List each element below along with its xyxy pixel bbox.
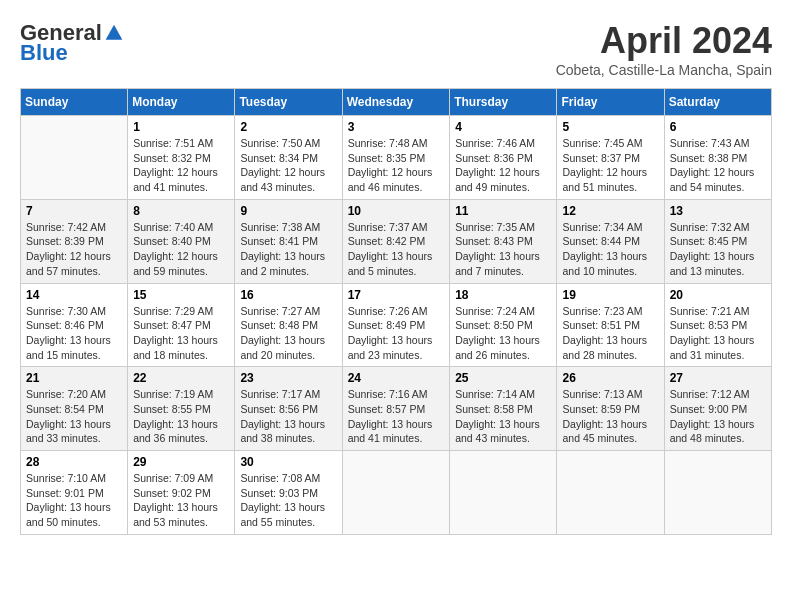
day-info: Sunrise: 7:17 AM Sunset: 8:56 PM Dayligh… (240, 387, 336, 446)
day-number: 21 (26, 371, 122, 385)
logo-blue-text: Blue (20, 40, 68, 66)
day-info: Sunrise: 7:46 AM Sunset: 8:36 PM Dayligh… (455, 136, 551, 195)
day-number: 11 (455, 204, 551, 218)
svg-marker-0 (106, 25, 123, 40)
day-number: 27 (670, 371, 766, 385)
calendar-cell: 6Sunrise: 7:43 AM Sunset: 8:38 PM Daylig… (664, 116, 771, 200)
location-text: Cobeta, Castille-La Mancha, Spain (556, 62, 772, 78)
calendar-cell: 9Sunrise: 7:38 AM Sunset: 8:41 PM Daylig… (235, 199, 342, 283)
header-row: SundayMondayTuesdayWednesdayThursdayFrid… (21, 89, 772, 116)
day-info: Sunrise: 7:14 AM Sunset: 8:58 PM Dayligh… (455, 387, 551, 446)
calendar-cell: 17Sunrise: 7:26 AM Sunset: 8:49 PM Dayli… (342, 283, 450, 367)
day-number: 10 (348, 204, 445, 218)
calendar-cell: 24Sunrise: 7:16 AM Sunset: 8:57 PM Dayli… (342, 367, 450, 451)
day-info: Sunrise: 7:20 AM Sunset: 8:54 PM Dayligh… (26, 387, 122, 446)
day-info: Sunrise: 7:34 AM Sunset: 8:44 PM Dayligh… (562, 220, 658, 279)
day-number: 7 (26, 204, 122, 218)
day-info: Sunrise: 7:21 AM Sunset: 8:53 PM Dayligh… (670, 304, 766, 363)
day-info: Sunrise: 7:12 AM Sunset: 9:00 PM Dayligh… (670, 387, 766, 446)
day-number: 19 (562, 288, 658, 302)
day-number: 2 (240, 120, 336, 134)
calendar-cell (664, 451, 771, 535)
calendar-cell: 28Sunrise: 7:10 AM Sunset: 9:01 PM Dayli… (21, 451, 128, 535)
calendar-cell: 16Sunrise: 7:27 AM Sunset: 8:48 PM Dayli… (235, 283, 342, 367)
calendar-cell: 27Sunrise: 7:12 AM Sunset: 9:00 PM Dayli… (664, 367, 771, 451)
day-number: 3 (348, 120, 445, 134)
day-info: Sunrise: 7:24 AM Sunset: 8:50 PM Dayligh… (455, 304, 551, 363)
calendar-week-row: 1Sunrise: 7:51 AM Sunset: 8:32 PM Daylig… (21, 116, 772, 200)
day-number: 14 (26, 288, 122, 302)
day-number: 28 (26, 455, 122, 469)
calendar-cell: 11Sunrise: 7:35 AM Sunset: 8:43 PM Dayli… (450, 199, 557, 283)
day-number: 16 (240, 288, 336, 302)
day-info: Sunrise: 7:40 AM Sunset: 8:40 PM Dayligh… (133, 220, 229, 279)
page-header: General Blue April 2024 Cobeta, Castille… (20, 20, 772, 78)
day-info: Sunrise: 7:23 AM Sunset: 8:51 PM Dayligh… (562, 304, 658, 363)
calendar-cell: 1Sunrise: 7:51 AM Sunset: 8:32 PM Daylig… (128, 116, 235, 200)
day-number: 22 (133, 371, 229, 385)
day-number: 24 (348, 371, 445, 385)
day-info: Sunrise: 7:09 AM Sunset: 9:02 PM Dayligh… (133, 471, 229, 530)
day-header-thursday: Thursday (450, 89, 557, 116)
calendar-cell (342, 451, 450, 535)
day-info: Sunrise: 7:37 AM Sunset: 8:42 PM Dayligh… (348, 220, 445, 279)
day-info: Sunrise: 7:26 AM Sunset: 8:49 PM Dayligh… (348, 304, 445, 363)
day-number: 1 (133, 120, 229, 134)
calendar-cell: 12Sunrise: 7:34 AM Sunset: 8:44 PM Dayli… (557, 199, 664, 283)
title-block: April 2024 Cobeta, Castille-La Mancha, S… (556, 20, 772, 78)
calendar-cell: 7Sunrise: 7:42 AM Sunset: 8:39 PM Daylig… (21, 199, 128, 283)
day-info: Sunrise: 7:10 AM Sunset: 9:01 PM Dayligh… (26, 471, 122, 530)
calendar-cell: 5Sunrise: 7:45 AM Sunset: 8:37 PM Daylig… (557, 116, 664, 200)
logo: General Blue (20, 20, 124, 66)
calendar-cell: 15Sunrise: 7:29 AM Sunset: 8:47 PM Dayli… (128, 283, 235, 367)
calendar-header: SundayMondayTuesdayWednesdayThursdayFrid… (21, 89, 772, 116)
day-number: 20 (670, 288, 766, 302)
day-info: Sunrise: 7:45 AM Sunset: 8:37 PM Dayligh… (562, 136, 658, 195)
calendar-cell (21, 116, 128, 200)
calendar-cell (450, 451, 557, 535)
day-header-wednesday: Wednesday (342, 89, 450, 116)
day-number: 29 (133, 455, 229, 469)
day-header-saturday: Saturday (664, 89, 771, 116)
day-number: 13 (670, 204, 766, 218)
calendar-cell: 10Sunrise: 7:37 AM Sunset: 8:42 PM Dayli… (342, 199, 450, 283)
day-info: Sunrise: 7:29 AM Sunset: 8:47 PM Dayligh… (133, 304, 229, 363)
day-number: 17 (348, 288, 445, 302)
calendar-cell: 23Sunrise: 7:17 AM Sunset: 8:56 PM Dayli… (235, 367, 342, 451)
calendar-cell: 18Sunrise: 7:24 AM Sunset: 8:50 PM Dayli… (450, 283, 557, 367)
calendar-cell: 4Sunrise: 7:46 AM Sunset: 8:36 PM Daylig… (450, 116, 557, 200)
day-header-sunday: Sunday (21, 89, 128, 116)
day-number: 6 (670, 120, 766, 134)
calendar-cell: 25Sunrise: 7:14 AM Sunset: 8:58 PM Dayli… (450, 367, 557, 451)
calendar-week-row: 7Sunrise: 7:42 AM Sunset: 8:39 PM Daylig… (21, 199, 772, 283)
day-info: Sunrise: 7:43 AM Sunset: 8:38 PM Dayligh… (670, 136, 766, 195)
calendar-cell: 29Sunrise: 7:09 AM Sunset: 9:02 PM Dayli… (128, 451, 235, 535)
day-info: Sunrise: 7:32 AM Sunset: 8:45 PM Dayligh… (670, 220, 766, 279)
day-number: 30 (240, 455, 336, 469)
calendar-cell: 22Sunrise: 7:19 AM Sunset: 8:55 PM Dayli… (128, 367, 235, 451)
day-info: Sunrise: 7:27 AM Sunset: 8:48 PM Dayligh… (240, 304, 336, 363)
day-number: 9 (240, 204, 336, 218)
day-info: Sunrise: 7:30 AM Sunset: 8:46 PM Dayligh… (26, 304, 122, 363)
month-title: April 2024 (556, 20, 772, 62)
calendar-cell: 8Sunrise: 7:40 AM Sunset: 8:40 PM Daylig… (128, 199, 235, 283)
day-info: Sunrise: 7:13 AM Sunset: 8:59 PM Dayligh… (562, 387, 658, 446)
day-number: 4 (455, 120, 551, 134)
day-number: 12 (562, 204, 658, 218)
day-info: Sunrise: 7:16 AM Sunset: 8:57 PM Dayligh… (348, 387, 445, 446)
day-info: Sunrise: 7:08 AM Sunset: 9:03 PM Dayligh… (240, 471, 336, 530)
day-number: 15 (133, 288, 229, 302)
calendar-table: SundayMondayTuesdayWednesdayThursdayFrid… (20, 88, 772, 535)
calendar-cell: 30Sunrise: 7:08 AM Sunset: 9:03 PM Dayli… (235, 451, 342, 535)
calendar-cell (557, 451, 664, 535)
day-info: Sunrise: 7:50 AM Sunset: 8:34 PM Dayligh… (240, 136, 336, 195)
day-number: 5 (562, 120, 658, 134)
day-info: Sunrise: 7:42 AM Sunset: 8:39 PM Dayligh… (26, 220, 122, 279)
calendar-week-row: 21Sunrise: 7:20 AM Sunset: 8:54 PM Dayli… (21, 367, 772, 451)
day-header-monday: Monday (128, 89, 235, 116)
calendar-cell: 21Sunrise: 7:20 AM Sunset: 8:54 PM Dayli… (21, 367, 128, 451)
calendar-cell: 26Sunrise: 7:13 AM Sunset: 8:59 PM Dayli… (557, 367, 664, 451)
day-info: Sunrise: 7:35 AM Sunset: 8:43 PM Dayligh… (455, 220, 551, 279)
day-header-friday: Friday (557, 89, 664, 116)
day-info: Sunrise: 7:38 AM Sunset: 8:41 PM Dayligh… (240, 220, 336, 279)
